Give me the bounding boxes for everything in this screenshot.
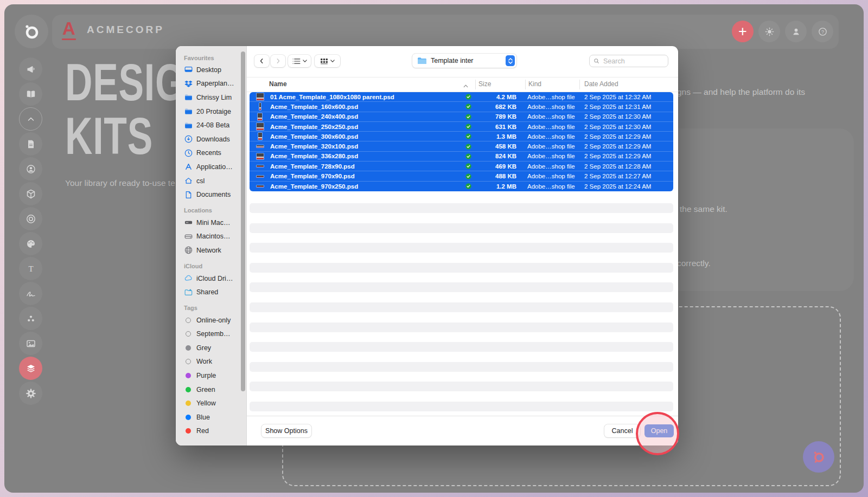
rail-item-library[interactable] xyxy=(19,82,42,106)
finder-sidebar-item-purple[interactable]: Purple xyxy=(184,369,246,383)
sidebar-item-label: Mini Mac… xyxy=(196,219,231,227)
palette-icon xyxy=(25,238,36,249)
finder-sidebar-item-red[interactable]: Red xyxy=(184,424,246,438)
file-kind: Adobe…shop file xyxy=(527,182,575,191)
rail-item-documents[interactable] xyxy=(19,132,42,156)
finder-sidebar-item-documents[interactable]: Documents xyxy=(184,188,246,202)
file-name: 01 Acme_Template_1080x1080 parent.psd xyxy=(270,92,394,101)
column-name[interactable]: Name xyxy=(269,80,287,88)
tag-color-dot xyxy=(186,359,191,364)
download-icon xyxy=(184,135,193,144)
sidebar-item-label: Online-only xyxy=(196,317,231,324)
search-input[interactable] xyxy=(602,57,664,66)
column-size[interactable]: Size xyxy=(478,80,491,88)
finder-sidebar-item-paperplan[interactable]: Paperplan… xyxy=(184,77,246,91)
tag-color-dot xyxy=(186,415,191,420)
rail-item-campaigns[interactable] xyxy=(19,57,42,81)
finder-sidebar-item-mini-mac[interactable]: Mini Mac… xyxy=(184,216,246,230)
file-row-selected[interactable]: 01 Acme_Template_1080x1080 parent.psd4.2… xyxy=(250,92,673,102)
finder-sidebar-item-work[interactable]: Work xyxy=(184,355,246,369)
psd-thumbnail-icon xyxy=(255,182,265,191)
rail-item-profile[interactable] xyxy=(19,157,42,180)
file-date-added: 2 Sep 2025 at 12:29 AM xyxy=(584,141,651,151)
brand-logo-a: A xyxy=(62,20,76,40)
finder-sidebar-item-24-08-beta[interactable]: 24-08 Beta xyxy=(184,118,246,132)
file-row-selected[interactable]: Acme_Template_320x100.psd458 KBAdobe…sho… xyxy=(250,141,673,151)
file-name: Acme_Template_970x90.psd xyxy=(270,171,355,180)
column-kind[interactable]: Kind xyxy=(528,80,541,88)
file-row-selected[interactable]: Acme_Template_300x600.psd1.3 MBAdobe…sho… xyxy=(250,132,673,141)
svg-text:T: T xyxy=(28,264,33,273)
finder-sidebar-item-grey[interactable]: Grey xyxy=(184,341,246,355)
rail-item-images[interactable] xyxy=(19,332,42,355)
finder-sidebar-item-green[interactable]: Green xyxy=(184,383,246,397)
app-logo[interactable] xyxy=(15,15,48,48)
back-button[interactable] xyxy=(254,55,269,67)
file-date-added: 2 Sep 2025 at 12:28 AM xyxy=(584,162,651,171)
file-date-added: 2 Sep 2025 at 12:31 AM xyxy=(584,102,651,111)
folder-icon xyxy=(184,93,193,102)
file-row-selected[interactable]: Acme_Template_970x90.psd488 KBAdobe…shop… xyxy=(250,171,673,181)
column-date-added[interactable]: Date Added xyxy=(584,80,618,88)
profile-button[interactable] xyxy=(785,21,807,42)
show-options-button[interactable]: Show Options xyxy=(261,424,311,437)
finder-sidebar-item-desktop[interactable]: Desktop xyxy=(184,63,246,77)
finder-sidebar-item-online-only[interactable]: Online-only xyxy=(184,313,246,327)
rail-item-settings[interactable] xyxy=(19,382,42,405)
rail-item-collapse[interactable] xyxy=(19,107,42,131)
chevron-left-icon xyxy=(258,57,265,64)
cancel-button[interactable]: Cancel xyxy=(604,424,640,437)
synced-check-icon xyxy=(464,112,472,121)
rail-item-records[interactable] xyxy=(19,207,42,230)
group-view-button[interactable] xyxy=(315,55,340,67)
file-row-selected[interactable]: Acme_Template_250x250.psd631 KBAdobe…sho… xyxy=(250,122,673,132)
help-button[interactable]: ? xyxy=(812,21,833,42)
finder-sidebar-item-20-protaige[interactable]: 20 Protaige xyxy=(184,105,246,119)
rail-item-assets-3d[interactable] xyxy=(19,182,42,205)
file-row-selected[interactable]: Acme_Template_160x600.psd682 KBAdobe…sho… xyxy=(250,102,673,112)
home-icon xyxy=(184,177,193,185)
forward-button[interactable] xyxy=(271,55,285,67)
finder-sidebar-item-yellow[interactable]: Yellow xyxy=(184,396,246,410)
rail-item-palette[interactable] xyxy=(19,232,42,255)
sort-ascending-icon xyxy=(463,82,468,89)
list-view-button[interactable] xyxy=(288,55,311,67)
file-size: 789 KB xyxy=(473,112,516,121)
person-icon xyxy=(791,27,801,37)
finder-sidebar-item-icloud-dri[interactable]: iCloud Dri… xyxy=(184,272,246,286)
finder-sidebar-item-blue[interactable]: Blue xyxy=(184,410,246,424)
theme-button[interactable] xyxy=(758,21,780,42)
sidebar-scrollbar[interactable] xyxy=(241,51,245,391)
finder-sidebar-item-shared[interactable]: Shared xyxy=(184,285,246,299)
finder-sidebar-item-csl[interactable]: csl xyxy=(184,174,246,188)
file-row-selected[interactable]: Acme_Template_970x250.psd1.2 MBAdobe…sho… xyxy=(250,182,673,191)
add-button[interactable]: + xyxy=(732,21,754,42)
folder-select[interactable]: Template inter xyxy=(412,54,516,68)
open-button[interactable]: Open xyxy=(644,424,674,437)
grid-view-icon xyxy=(320,58,328,64)
assistant-fab[interactable] xyxy=(803,441,834,473)
finder-sidebar-item-septemb[interactable]: Septemb… xyxy=(184,327,246,341)
finder-sidebar-item-network[interactable]: Network xyxy=(184,243,246,257)
svg-text:?: ? xyxy=(821,29,824,34)
file-date-added: 2 Sep 2025 at 12:27 AM xyxy=(584,171,651,180)
chevron-down-icon xyxy=(330,60,335,62)
rail-item-design-kits[interactable] xyxy=(19,357,42,380)
file-row-selected[interactable]: Acme_Template_240x400.psd789 KBAdobe…sho… xyxy=(250,112,673,122)
image-icon xyxy=(25,338,36,349)
rail-item-team[interactable] xyxy=(19,307,42,330)
sidebar-item-label: Downloads xyxy=(196,135,230,143)
rail-item-signature[interactable] xyxy=(19,282,42,305)
finder-sidebar-item-chrissy-lim[interactable]: Chrissy Lim xyxy=(184,91,246,105)
cube-icon xyxy=(25,189,36,199)
finder-sidebar-item-recents[interactable]: Recents xyxy=(184,146,246,160)
rail-item-typography[interactable]: T xyxy=(19,257,42,280)
finder-sidebar-item-downloads[interactable]: Downloads xyxy=(184,132,246,146)
search-field[interactable] xyxy=(589,55,668,67)
file-row-selected[interactable]: Acme_Template_336x280.psd824 KBAdobe…sho… xyxy=(250,152,673,162)
finder-sidebar-item-applicatio[interactable]: Applicatio… xyxy=(184,160,246,174)
background-text-fragment: the same kit. xyxy=(680,204,727,214)
finder-sidebar-item-macintos[interactable]: Macintos… xyxy=(184,230,246,244)
file-row-selected[interactable]: Acme_Template_728x90.psd469 KBAdobe…shop… xyxy=(250,162,673,171)
tag-color-dot xyxy=(186,401,191,406)
